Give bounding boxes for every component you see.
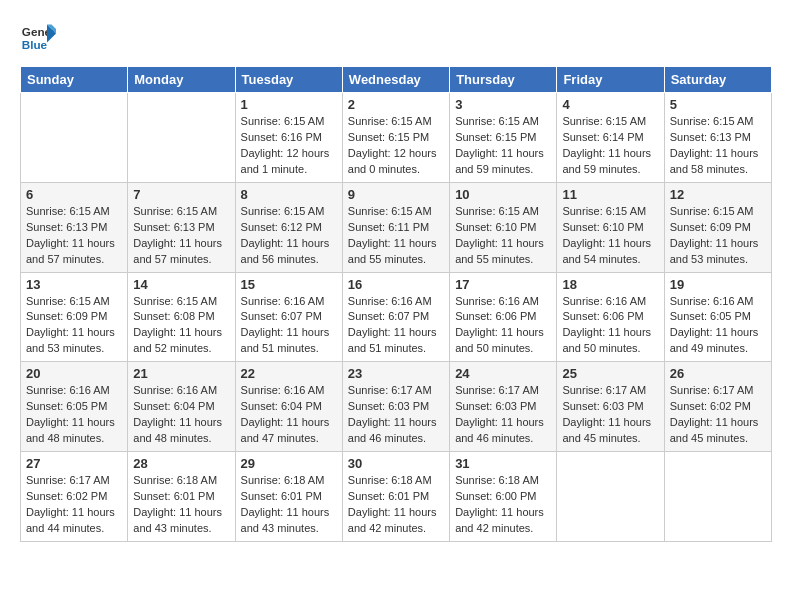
day-header-tuesday: Tuesday <box>235 67 342 93</box>
day-info: Sunrise: 6:15 AM Sunset: 6:13 PM Dayligh… <box>26 204 122 268</box>
day-number: 6 <box>26 187 122 202</box>
calendar-cell: 31Sunrise: 6:18 AM Sunset: 6:00 PM Dayli… <box>450 452 557 542</box>
day-number: 17 <box>455 277 551 292</box>
day-number: 31 <box>455 456 551 471</box>
day-info: Sunrise: 6:15 AM Sunset: 6:13 PM Dayligh… <box>670 114 766 178</box>
day-info: Sunrise: 6:16 AM Sunset: 6:04 PM Dayligh… <box>133 383 229 447</box>
calendar-cell: 13Sunrise: 6:15 AM Sunset: 6:09 PM Dayli… <box>21 272 128 362</box>
day-info: Sunrise: 6:15 AM Sunset: 6:09 PM Dayligh… <box>26 294 122 358</box>
calendar-cell: 16Sunrise: 6:16 AM Sunset: 6:07 PM Dayli… <box>342 272 449 362</box>
calendar-cell: 25Sunrise: 6:17 AM Sunset: 6:03 PM Dayli… <box>557 362 664 452</box>
calendar-cell: 17Sunrise: 6:16 AM Sunset: 6:06 PM Dayli… <box>450 272 557 362</box>
day-number: 2 <box>348 97 444 112</box>
calendar-cell: 15Sunrise: 6:16 AM Sunset: 6:07 PM Dayli… <box>235 272 342 362</box>
day-number: 9 <box>348 187 444 202</box>
day-number: 19 <box>670 277 766 292</box>
day-info: Sunrise: 6:16 AM Sunset: 6:06 PM Dayligh… <box>455 294 551 358</box>
day-info: Sunrise: 6:16 AM Sunset: 6:07 PM Dayligh… <box>348 294 444 358</box>
day-number: 25 <box>562 366 658 381</box>
day-number: 16 <box>348 277 444 292</box>
day-number: 18 <box>562 277 658 292</box>
day-number: 23 <box>348 366 444 381</box>
calendar-cell: 4Sunrise: 6:15 AM Sunset: 6:14 PM Daylig… <box>557 93 664 183</box>
day-info: Sunrise: 6:15 AM Sunset: 6:16 PM Dayligh… <box>241 114 337 178</box>
calendar-header-row: SundayMondayTuesdayWednesdayThursdayFrid… <box>21 67 772 93</box>
page-header: General Blue <box>20 20 772 56</box>
calendar-table: SundayMondayTuesdayWednesdayThursdayFrid… <box>20 66 772 542</box>
day-number: 5 <box>670 97 766 112</box>
day-number: 24 <box>455 366 551 381</box>
svg-text:Blue: Blue <box>22 38 48 51</box>
day-info: Sunrise: 6:16 AM Sunset: 6:04 PM Dayligh… <box>241 383 337 447</box>
day-header-sunday: Sunday <box>21 67 128 93</box>
day-info: Sunrise: 6:17 AM Sunset: 6:03 PM Dayligh… <box>562 383 658 447</box>
logo-icon: General Blue <box>20 20 56 56</box>
calendar-cell: 3Sunrise: 6:15 AM Sunset: 6:15 PM Daylig… <box>450 93 557 183</box>
day-info: Sunrise: 6:17 AM Sunset: 6:03 PM Dayligh… <box>455 383 551 447</box>
calendar-cell <box>21 93 128 183</box>
day-info: Sunrise: 6:15 AM Sunset: 6:08 PM Dayligh… <box>133 294 229 358</box>
calendar-cell: 14Sunrise: 6:15 AM Sunset: 6:08 PM Dayli… <box>128 272 235 362</box>
day-number: 4 <box>562 97 658 112</box>
day-info: Sunrise: 6:17 AM Sunset: 6:02 PM Dayligh… <box>670 383 766 447</box>
calendar-cell: 27Sunrise: 6:17 AM Sunset: 6:02 PM Dayli… <box>21 452 128 542</box>
day-info: Sunrise: 6:15 AM Sunset: 6:14 PM Dayligh… <box>562 114 658 178</box>
day-number: 22 <box>241 366 337 381</box>
day-info: Sunrise: 6:15 AM Sunset: 6:11 PM Dayligh… <box>348 204 444 268</box>
day-number: 26 <box>670 366 766 381</box>
day-info: Sunrise: 6:15 AM Sunset: 6:15 PM Dayligh… <box>348 114 444 178</box>
calendar-cell: 21Sunrise: 6:16 AM Sunset: 6:04 PM Dayli… <box>128 362 235 452</box>
logo: General Blue <box>20 20 56 56</box>
day-header-saturday: Saturday <box>664 67 771 93</box>
calendar-cell <box>664 452 771 542</box>
day-number: 27 <box>26 456 122 471</box>
week-row-1: 1Sunrise: 6:15 AM Sunset: 6:16 PM Daylig… <box>21 93 772 183</box>
calendar-cell <box>128 93 235 183</box>
day-info: Sunrise: 6:16 AM Sunset: 6:07 PM Dayligh… <box>241 294 337 358</box>
day-info: Sunrise: 6:15 AM Sunset: 6:10 PM Dayligh… <box>455 204 551 268</box>
day-number: 1 <box>241 97 337 112</box>
day-number: 21 <box>133 366 229 381</box>
day-header-friday: Friday <box>557 67 664 93</box>
calendar-cell: 23Sunrise: 6:17 AM Sunset: 6:03 PM Dayli… <box>342 362 449 452</box>
calendar-cell: 2Sunrise: 6:15 AM Sunset: 6:15 PM Daylig… <box>342 93 449 183</box>
calendar-cell: 26Sunrise: 6:17 AM Sunset: 6:02 PM Dayli… <box>664 362 771 452</box>
day-info: Sunrise: 6:18 AM Sunset: 6:01 PM Dayligh… <box>241 473 337 537</box>
day-info: Sunrise: 6:17 AM Sunset: 6:03 PM Dayligh… <box>348 383 444 447</box>
day-number: 11 <box>562 187 658 202</box>
day-info: Sunrise: 6:16 AM Sunset: 6:05 PM Dayligh… <box>670 294 766 358</box>
day-number: 28 <box>133 456 229 471</box>
calendar-cell: 19Sunrise: 6:16 AM Sunset: 6:05 PM Dayli… <box>664 272 771 362</box>
calendar-cell: 12Sunrise: 6:15 AM Sunset: 6:09 PM Dayli… <box>664 182 771 272</box>
calendar-cell: 5Sunrise: 6:15 AM Sunset: 6:13 PM Daylig… <box>664 93 771 183</box>
day-info: Sunrise: 6:15 AM Sunset: 6:15 PM Dayligh… <box>455 114 551 178</box>
day-info: Sunrise: 6:15 AM Sunset: 6:13 PM Dayligh… <box>133 204 229 268</box>
day-info: Sunrise: 6:17 AM Sunset: 6:02 PM Dayligh… <box>26 473 122 537</box>
calendar-cell: 30Sunrise: 6:18 AM Sunset: 6:01 PM Dayli… <box>342 452 449 542</box>
calendar-cell: 20Sunrise: 6:16 AM Sunset: 6:05 PM Dayli… <box>21 362 128 452</box>
day-info: Sunrise: 6:15 AM Sunset: 6:09 PM Dayligh… <box>670 204 766 268</box>
day-info: Sunrise: 6:18 AM Sunset: 6:00 PM Dayligh… <box>455 473 551 537</box>
week-row-4: 20Sunrise: 6:16 AM Sunset: 6:05 PM Dayli… <box>21 362 772 452</box>
day-header-thursday: Thursday <box>450 67 557 93</box>
day-info: Sunrise: 6:15 AM Sunset: 6:12 PM Dayligh… <box>241 204 337 268</box>
calendar-cell: 10Sunrise: 6:15 AM Sunset: 6:10 PM Dayli… <box>450 182 557 272</box>
day-number: 7 <box>133 187 229 202</box>
calendar-cell <box>557 452 664 542</box>
calendar-cell: 11Sunrise: 6:15 AM Sunset: 6:10 PM Dayli… <box>557 182 664 272</box>
calendar-cell: 28Sunrise: 6:18 AM Sunset: 6:01 PM Dayli… <box>128 452 235 542</box>
day-number: 13 <box>26 277 122 292</box>
day-number: 10 <box>455 187 551 202</box>
day-number: 12 <box>670 187 766 202</box>
week-row-3: 13Sunrise: 6:15 AM Sunset: 6:09 PM Dayli… <box>21 272 772 362</box>
calendar-cell: 6Sunrise: 6:15 AM Sunset: 6:13 PM Daylig… <box>21 182 128 272</box>
calendar-cell: 7Sunrise: 6:15 AM Sunset: 6:13 PM Daylig… <box>128 182 235 272</box>
calendar-cell: 1Sunrise: 6:15 AM Sunset: 6:16 PM Daylig… <box>235 93 342 183</box>
week-row-2: 6Sunrise: 6:15 AM Sunset: 6:13 PM Daylig… <box>21 182 772 272</box>
calendar-cell: 8Sunrise: 6:15 AM Sunset: 6:12 PM Daylig… <box>235 182 342 272</box>
day-number: 8 <box>241 187 337 202</box>
day-number: 3 <box>455 97 551 112</box>
day-info: Sunrise: 6:16 AM Sunset: 6:05 PM Dayligh… <box>26 383 122 447</box>
day-number: 15 <box>241 277 337 292</box>
day-number: 14 <box>133 277 229 292</box>
